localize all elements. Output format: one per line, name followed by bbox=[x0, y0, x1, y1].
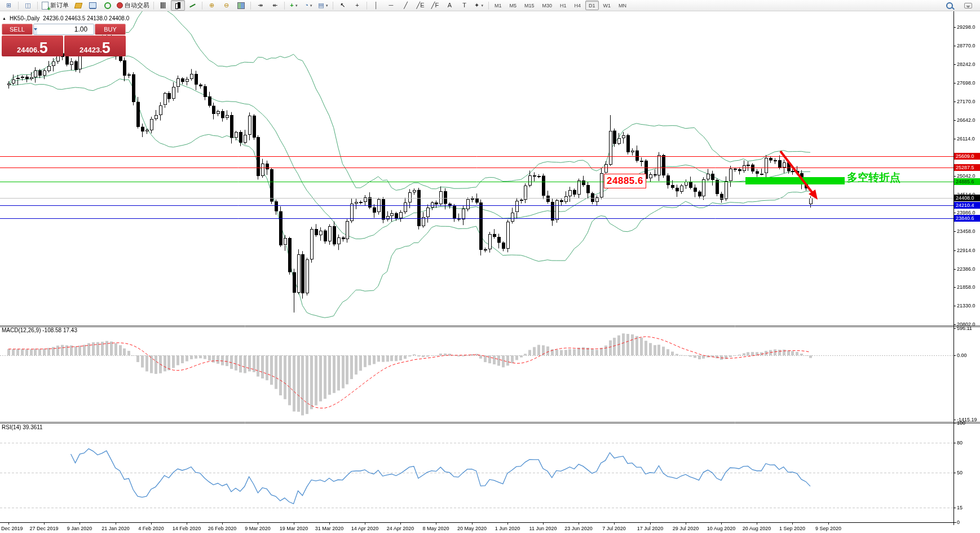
timeframe-m5-button[interactable]: M5 bbox=[506, 1, 520, 10]
tile-windows-button[interactable] bbox=[234, 0, 248, 11]
autotrading-button[interactable]: 自动交易 bbox=[115, 0, 151, 11]
date-axis-label: 31 Mar 2020 bbox=[315, 526, 344, 531]
timeframe-m30-button[interactable]: M30 bbox=[539, 1, 556, 10]
price-axis-tick: 27698.0 bbox=[957, 80, 975, 86]
horizontal-line-icon: ─ bbox=[389, 2, 394, 8]
price-axis-tick: 23458.0 bbox=[957, 228, 975, 234]
date-axis-label: 14 Apr 2020 bbox=[351, 526, 379, 531]
toolbar-separator bbox=[37, 2, 38, 10]
arrows-button[interactable]: ✦▼ bbox=[472, 0, 486, 11]
sell-price-button[interactable]: 24406. 5 bbox=[2, 36, 63, 56]
timeframe-m15-button[interactable]: M15 bbox=[521, 1, 538, 10]
macd-indicator-label: MACD(12,26,9) -108.58 17.43 bbox=[2, 327, 77, 333]
one-click-toggle-icon[interactable]: ▲ bbox=[2, 16, 6, 20]
level-box-pivot: 24885.6 bbox=[954, 178, 980, 185]
buy-button[interactable]: BUY bbox=[95, 24, 126, 35]
rsi-axis-tick: 100 bbox=[957, 420, 965, 426]
price-axis-tick: 28242.0 bbox=[957, 61, 975, 67]
price-axis-tick: 27170.0 bbox=[957, 99, 975, 104]
signals-button[interactable] bbox=[100, 0, 114, 11]
chat-button[interactable] bbox=[961, 0, 975, 11]
date-axis-label: 9 Sep 2020 bbox=[815, 526, 841, 531]
date-axis-label: 20 Aug 2020 bbox=[743, 526, 771, 531]
candlestick-chart-button[interactable] bbox=[171, 0, 185, 11]
price-axis-tick: 21858.0 bbox=[957, 284, 975, 290]
equidistant-channel-icon: ╱E bbox=[417, 2, 425, 8]
trendline-icon: ╱ bbox=[404, 2, 408, 8]
date-axis-label: 24 Apr 2020 bbox=[387, 526, 414, 531]
line-chart-icon bbox=[189, 3, 196, 7]
toolbar-separator bbox=[18, 2, 19, 10]
last-price-box: 24408.0 bbox=[954, 195, 980, 201]
timeframe-h1-button[interactable]: H1 bbox=[557, 1, 570, 10]
eraser-button[interactable] bbox=[71, 0, 85, 11]
price-axis-tick: 21330.0 bbox=[957, 303, 975, 309]
chat-icon bbox=[964, 3, 972, 8]
terminal-button[interactable] bbox=[86, 0, 100, 11]
bar-chart-button[interactable] bbox=[156, 0, 170, 11]
date-axis-label: 29 Jul 2020 bbox=[673, 526, 699, 531]
cursor-button[interactable]: ↖ bbox=[336, 0, 350, 11]
rsi-axis-tick: 15 bbox=[957, 505, 963, 510]
timeframe-mn-button[interactable]: MN bbox=[615, 1, 630, 10]
volume-input[interactable] bbox=[37, 24, 94, 34]
price-axis-tick: 22914.0 bbox=[957, 248, 975, 253]
periods-button[interactable]: ◔▼ bbox=[302, 0, 316, 11]
chart-canvas[interactable] bbox=[0, 0, 980, 533]
trendline-button[interactable]: ╱ bbox=[399, 0, 413, 11]
timeframe-d1-button[interactable]: D1 bbox=[585, 1, 599, 10]
auto-scroll-icon: ↞ bbox=[272, 2, 277, 8]
auto-scroll-button[interactable]: ↞ bbox=[268, 0, 282, 11]
equidistant-channel-button[interactable]: ╱E bbox=[413, 0, 427, 11]
zoom-in-button[interactable]: ⊕ bbox=[205, 0, 219, 11]
horizontal-line-button[interactable]: ─ bbox=[384, 0, 398, 11]
sell-button[interactable]: SELL bbox=[2, 24, 33, 35]
buy-price-button[interactable]: 24423. 5 bbox=[64, 36, 126, 56]
periods-icon: ◔ bbox=[304, 2, 308, 8]
timeframe-w1-button[interactable]: W1 bbox=[600, 1, 615, 10]
timeframe-m1-button[interactable]: M1 bbox=[491, 1, 505, 10]
fibonacci-button[interactable]: ╱F bbox=[428, 0, 442, 11]
new-order-button[interactable]: 新订单 bbox=[40, 0, 70, 11]
text-icon: A bbox=[448, 2, 452, 8]
rsi-indicator-label: RSI(14) 39.3611 bbox=[2, 424, 43, 430]
cursor-icon: ↖ bbox=[340, 2, 345, 8]
templates-button[interactable]: ▤▼ bbox=[316, 0, 330, 11]
text-label-button[interactable]: T bbox=[457, 0, 471, 11]
new-chart-icon: + bbox=[290, 2, 293, 8]
search-button[interactable] bbox=[942, 0, 956, 11]
date-axis-label: 9 Jan 2020 bbox=[67, 526, 92, 531]
one-click-trading-panel: SELL BUY 24406. 5 24423. 5 bbox=[2, 24, 126, 56]
autotrading-icon bbox=[117, 2, 123, 8]
profiles-button[interactable]: ◫ bbox=[21, 0, 35, 11]
toolbar-separator bbox=[367, 2, 367, 10]
toolbar-right-group bbox=[942, 0, 978, 11]
date-axis-label: 26 Feb 2020 bbox=[208, 526, 237, 531]
text-button[interactable]: A bbox=[443, 0, 457, 11]
level-box-resistance-2: 25287.5 bbox=[954, 164, 980, 171]
new-chart-button[interactable]: +▼ bbox=[287, 0, 301, 11]
crosshair-button[interactable]: + bbox=[350, 0, 364, 11]
price-axis-tick: 28770.0 bbox=[957, 43, 975, 49]
toolbar-separator bbox=[333, 2, 333, 10]
date-axis-label: 23 Jun 2020 bbox=[564, 526, 593, 531]
chart-shift-button[interactable]: ↠ bbox=[253, 0, 267, 11]
trend-arrow bbox=[774, 147, 824, 206]
timeframe-h4-button[interactable]: H4 bbox=[571, 1, 585, 10]
line-chart-button[interactable] bbox=[186, 0, 200, 11]
zoom-out-icon: ⊖ bbox=[224, 2, 229, 8]
date-axis-label: 1 Sep 2020 bbox=[779, 526, 805, 531]
zoom-out-button[interactable]: ⊖ bbox=[219, 0, 233, 11]
terminal-icon bbox=[89, 2, 96, 8]
level-box-support-2: 23840.6 bbox=[954, 215, 980, 222]
vertical-line-button[interactable]: │ bbox=[369, 0, 383, 11]
charts-window-button[interactable]: ⊞ bbox=[2, 0, 16, 11]
date-axis-label: 8 May 2020 bbox=[422, 526, 449, 531]
chart-ohlc-values: 24236.0 24463.5 24138.0 24408.0 bbox=[43, 15, 129, 21]
date-axis-label: 17 Jul 2020 bbox=[637, 526, 664, 531]
date-axis-label: 20 May 2020 bbox=[457, 526, 487, 531]
chevron-down-icon: ▼ bbox=[480, 4, 484, 7]
buy-price-pips: 5 bbox=[102, 42, 111, 55]
toolbar-left-group: ⊞◫新订单自动交易⊕⊖↠↞+▼◔▼▤▼↖+│─╱╱E╱FAT✦▼ bbox=[2, 0, 491, 11]
text-label-icon: T bbox=[462, 2, 466, 8]
